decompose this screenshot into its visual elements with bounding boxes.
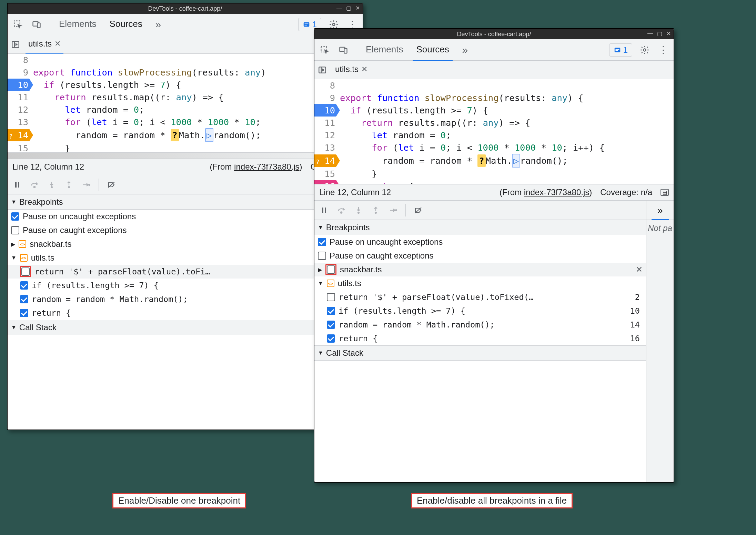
pause-icon[interactable] xyxy=(319,205,329,215)
kebab-icon[interactable]: ⋮ xyxy=(657,44,669,56)
issues-badge[interactable]: 1 xyxy=(609,43,632,57)
inspect-icon[interactable] xyxy=(12,18,24,31)
breakpoint-line: 10 xyxy=(630,306,643,316)
close-icon[interactable]: ✕ xyxy=(355,5,360,11)
pause-uncaught-row[interactable]: Pause on uncaught exceptions xyxy=(314,235,646,249)
minimize-icon[interactable]: — xyxy=(336,5,342,11)
issues-icon xyxy=(303,21,310,28)
svg-rect-10 xyxy=(18,182,19,188)
device-toggle-icon[interactable] xyxy=(337,44,350,56)
code-editor[interactable]: 8 9export function slowProcessing(result… xyxy=(314,79,674,184)
step-over-icon[interactable] xyxy=(30,180,39,190)
close-tab-icon[interactable]: ✕ xyxy=(361,65,367,74)
checkbox[interactable] xyxy=(21,268,30,276)
breakpoint-item[interactable]: random = random * Math.random(); 14 xyxy=(314,318,646,332)
breakpoint-item[interactable]: return { 16 xyxy=(8,306,363,320)
pause-caught-row[interactable]: Pause on caught exceptions xyxy=(314,249,646,263)
maximize-icon[interactable]: ▢ xyxy=(657,30,662,37)
close-tab-icon[interactable]: ✕ xyxy=(54,39,61,48)
checkbox[interactable] xyxy=(20,309,28,317)
tab-elements[interactable]: Elements xyxy=(56,13,100,36)
source-map-link[interactable]: index-73f73a80.js xyxy=(524,188,589,197)
line-number-bp[interactable]: 14 xyxy=(18,130,28,140)
tab-sources[interactable]: Sources xyxy=(106,13,145,36)
checkbox[interactable] xyxy=(11,212,19,221)
more-tabs-icon[interactable]: » xyxy=(459,44,471,56)
callstack-header[interactable]: ▼ Call Stack xyxy=(8,320,363,335)
breakpoint-file-snackbar[interactable]: ▶ snackbar.ts ✕ xyxy=(314,263,646,276)
breakpoint-item[interactable]: if (results.length >= 7) { 10 xyxy=(8,279,363,292)
checkbox[interactable] xyxy=(20,281,28,290)
file-tab-utils[interactable]: utils.ts ✕ xyxy=(332,60,370,80)
pause-caught-row[interactable]: Pause on caught exceptions xyxy=(8,223,363,237)
inline-bp-icon[interactable]: ▷ xyxy=(512,154,520,168)
code-token: 1000 xyxy=(171,116,192,128)
breakpoint-item[interactable]: return '$' + parseFloat(value).toFi… ✎ ✕… xyxy=(8,265,363,279)
deactivate-breakpoints-icon[interactable] xyxy=(107,180,116,190)
tab-sources[interactable]: Sources xyxy=(413,39,452,61)
code-token: return xyxy=(361,117,398,129)
more-panels-icon[interactable]: » xyxy=(646,201,674,220)
tab-elements-label: Elements xyxy=(59,19,96,29)
code-token: 1000 xyxy=(477,141,498,154)
maximize-icon[interactable]: ▢ xyxy=(346,5,351,11)
code-token: 10 xyxy=(245,116,255,128)
breakpoint-item[interactable]: random = random * Math.random(); 14 xyxy=(8,292,363,306)
line-number-bp[interactable]: 14 xyxy=(324,155,335,166)
navigator-toggle-icon[interactable] xyxy=(318,65,327,74)
step-icon[interactable] xyxy=(81,180,91,190)
code-token: for xyxy=(65,116,86,128)
inspect-icon[interactable] xyxy=(319,44,331,56)
svg-point-25 xyxy=(644,49,646,51)
checkbox[interactable] xyxy=(327,293,335,301)
checkbox[interactable] xyxy=(327,307,335,315)
step-out-icon[interactable] xyxy=(371,205,381,215)
pause-icon[interactable] xyxy=(12,180,22,190)
breakpoint-item[interactable]: if (results.length >= 7) { 10 xyxy=(314,304,646,318)
navigator-toggle-icon[interactable] xyxy=(11,40,20,49)
line-number-bp[interactable]: 10 xyxy=(18,80,28,90)
scrollbar[interactable] xyxy=(8,152,363,159)
coverage-toggle-icon[interactable]: ▤ xyxy=(661,189,669,196)
step-into-icon[interactable] xyxy=(47,180,57,190)
more-tabs-icon[interactable]: » xyxy=(152,18,164,31)
checkbox[interactable] xyxy=(327,334,335,343)
breakpoints-header[interactable]: ▼ Breakpoints xyxy=(314,220,646,235)
breakpoints-header[interactable]: ▼ Breakpoints xyxy=(8,194,363,210)
checkbox[interactable] xyxy=(20,295,28,303)
minimize-icon[interactable]: — xyxy=(647,30,653,37)
svg-point-6 xyxy=(333,23,335,26)
step-into-icon[interactable] xyxy=(354,205,363,215)
breakpoint-file-utils[interactable]: ▼ <> utils.ts xyxy=(314,276,646,290)
breakpoint-file-snackbar[interactable]: ▶ <> snackbar.ts xyxy=(8,237,363,251)
step-over-icon[interactable] xyxy=(336,205,346,215)
file-tab-utils[interactable]: utils.ts ✕ xyxy=(26,34,63,54)
checkbox[interactable] xyxy=(318,252,326,260)
inline-bp-icon[interactable]: ▷ xyxy=(205,128,213,142)
source-map-link[interactable]: index-73f73a80.js xyxy=(234,162,299,171)
device-toggle-icon[interactable] xyxy=(30,18,43,31)
checkbox[interactable] xyxy=(318,238,326,246)
callstack-header[interactable]: ▼ Call Stack xyxy=(314,345,646,361)
breakpoint-item[interactable]: return '$' + parseFloat(value).toFixed(…… xyxy=(314,290,646,304)
breakpoint-file-utils[interactable]: ▼ <> utils.ts xyxy=(8,251,363,265)
code-token: return xyxy=(372,180,409,184)
tab-elements[interactable]: Elements xyxy=(362,39,406,61)
step-out-icon[interactable] xyxy=(64,180,74,190)
code-token xyxy=(340,129,372,141)
line-number-bp[interactable]: 16 xyxy=(324,181,335,184)
line-number-bp[interactable]: 10 xyxy=(324,105,335,115)
step-icon[interactable] xyxy=(388,205,398,215)
breakpoint-item[interactable]: return { 16 xyxy=(314,332,646,345)
close-icon[interactable]: ✕ xyxy=(666,30,671,37)
code-token: function xyxy=(70,66,118,79)
code-editor[interactable]: 8 9export function slowProcessing(result… xyxy=(8,54,363,159)
checkbox[interactable] xyxy=(327,265,335,274)
settings-icon[interactable] xyxy=(638,44,651,56)
deactivate-breakpoints-icon[interactable] xyxy=(413,205,423,215)
checkbox[interactable] xyxy=(327,321,335,329)
pause-uncaught-row[interactable]: Pause on uncaught exceptions xyxy=(8,210,363,223)
code-token xyxy=(33,116,65,128)
remove-icon[interactable]: ✕ xyxy=(636,265,643,274)
checkbox[interactable] xyxy=(11,226,19,234)
